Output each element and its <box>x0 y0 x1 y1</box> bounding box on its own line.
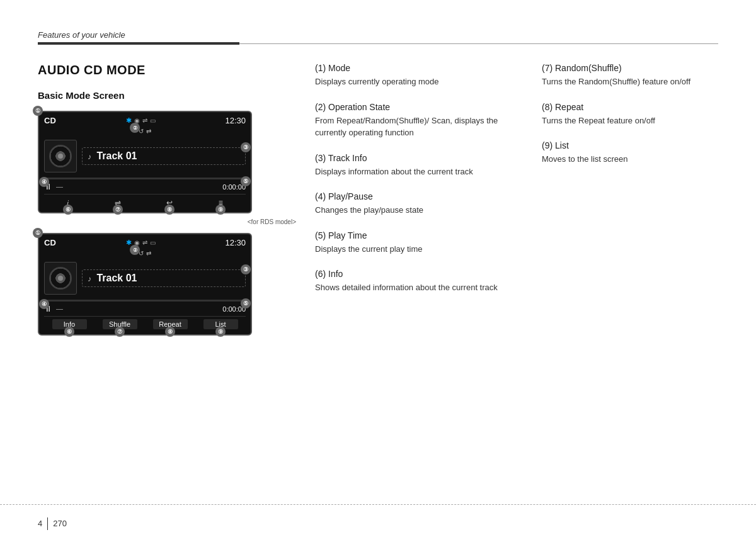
item-1: (1) Mode Displays currently operating mo… <box>315 63 529 88</box>
item-2-title: (2) Operation State <box>315 102 529 112</box>
circle-3-s2: ③ <box>241 264 251 274</box>
right-column: (7) Random(Shuffle) Turns the Random(Shu… <box>542 63 718 492</box>
item-5: (5) Play Time Displays the current play … <box>315 230 529 256</box>
bottom-icon-6-wrap: ⑥ 𝑖 <box>67 197 69 207</box>
item-8-desc: Turns the Repeat feature on/off <box>542 115 718 127</box>
screen2-topbar: CD ✱ ◉ ⇌ ▭ 12:30 <box>44 238 246 247</box>
vinyl-icon-s2 <box>49 267 72 290</box>
item-8-title: (8) Repeat <box>542 102 718 112</box>
circle-9-s1: ⑨ <box>215 205 226 215</box>
footer-chapter: 4 <box>38 519 42 528</box>
item-6-title: (6) Info <box>315 269 529 279</box>
item-5-desc: Displays the current play time <box>315 243 529 256</box>
circle-2-s2: ② <box>130 245 140 255</box>
dash-icon-s2: — <box>56 305 63 312</box>
bottom-icon-7-wrap: ⑦ ⇌ <box>115 197 121 207</box>
battery-icon: ▭ <box>150 117 156 124</box>
item-2-desc: From Repeat/Random(Shuffle)/ Scan, displ… <box>315 115 529 139</box>
header-line-light <box>239 43 718 44</box>
screen1-row2-icons: ↺ ⇄ <box>139 128 151 135</box>
item-7: (7) Random(Shuffle) Turns the Random(Shu… <box>542 63 718 88</box>
footer-sep <box>47 517 48 530</box>
item-1-title: (1) Mode <box>315 63 529 73</box>
screen2-album-art <box>44 262 77 295</box>
item-3-title: (3) Track Info <box>315 153 529 163</box>
screen1-play-wrap: ④ ⏸ — <box>44 182 63 191</box>
bottom-btn-7-wrap: ⑦ Shuffle <box>103 319 137 329</box>
header-title: Features of your vehicle <box>38 30 718 40</box>
dash-icon: — <box>56 183 63 190</box>
screen1-mockup: CD ✱ ◉ ⇌ ▭ 12:30 ② <box>38 111 252 213</box>
circle-6-s1: ⑥ <box>63 205 73 215</box>
screen2-cd-label: CD <box>44 238 56 247</box>
screen1-progress <box>44 178 246 179</box>
section-title: AUDIO CD MODE <box>38 63 302 77</box>
circle-1-screen1: ① <box>33 106 43 116</box>
screen2-track-name: ♪ Track 01 <box>88 273 240 284</box>
vinyl-icon <box>49 145 72 167</box>
bottom-btn-6-wrap: ⑥ Info <box>52 319 87 329</box>
item-3: (3) Track Info Displays information abou… <box>315 153 529 178</box>
screen1-icons: ✱ ◉ ⇌ ▭ <box>126 116 156 125</box>
circle-2: ② <box>130 123 140 133</box>
screen2-time-wrap: ⑤ 0:00:00 <box>222 303 246 313</box>
circle-7-s1: ⑦ <box>113 205 123 215</box>
shuffle-icon-sm: ⇄ <box>146 128 151 135</box>
screen2-inner: CD ✱ ◉ ⇌ ▭ 12:30 ② <box>39 234 251 334</box>
footer: 4 270 <box>0 504 756 542</box>
bottom-icon-9-wrap: ⑨ ≡ <box>219 197 223 207</box>
circle-8-s1: ⑧ <box>164 205 175 215</box>
track-info-wrap-s2: ③ ♪ Track 01 <box>82 269 246 287</box>
item-6-desc: Shows detailed information about the cur… <box>315 281 529 294</box>
screen2-icons: ✱ ◉ ⇌ ▭ <box>126 239 156 247</box>
middle-column: (1) Mode Displays currently operating mo… <box>302 63 542 492</box>
screen2-bottom: ⑥ Info ⑦ Shuffle ⑧ Repeat ⑨ <box>44 316 246 330</box>
screen1-inner: CD ✱ ◉ ⇌ ▭ 12:30 ② <box>39 112 251 212</box>
screen1-album-art <box>44 140 77 172</box>
item-3-desc: Displays information about the current t… <box>315 166 529 178</box>
bottom-icon-8-wrap: ⑧ ↩ <box>166 197 173 207</box>
screen1-row2-wrap: ② ↺ ⇄ <box>139 128 151 135</box>
screen2-row2-icons: ↺ ⇄ <box>139 250 151 257</box>
screen1-cd-label: CD <box>44 116 56 125</box>
circle-3-s1: ③ <box>241 142 251 152</box>
left-column: AUDIO CD MODE Basic Mode Screen ① CD ✱ ◉… <box>38 63 302 492</box>
item-8: (8) Repeat Turns the Repeat feature on/o… <box>542 102 718 127</box>
vinyl-inner-s2 <box>58 276 63 281</box>
screen1-track-area: ③ ♪ Track 01 <box>44 137 246 175</box>
circle-1-screen2: ① <box>33 228 43 238</box>
screen2-row2: ② ↺ ⇄ <box>44 250 246 257</box>
subsection-title: Basic Mode Screen <box>38 90 302 101</box>
item-4-title: (4) Play/Pause <box>315 191 529 201</box>
circle-5-s2: ⑤ <box>241 298 251 308</box>
item-9-desc: Moves to the list screen <box>542 153 718 166</box>
screen1-track-info: ♪ Track 01 <box>82 147 246 165</box>
music-note-icon-s2: ♪ <box>88 274 91 283</box>
header-bar: Features of your vehicle <box>38 30 718 45</box>
item-5-title: (5) Play Time <box>315 230 529 240</box>
battery-icon-s2: ▭ <box>150 239 156 246</box>
circle-8-s2: ⑧ <box>165 327 175 337</box>
item-6: (6) Info Shows detailed information abou… <box>315 269 529 294</box>
screen2-progress <box>44 300 246 302</box>
item-9-title: (9) List <box>542 140 718 150</box>
item-2: (2) Operation State From Repeat/Random(S… <box>315 102 529 139</box>
screen2-mockup: CD ✱ ◉ ⇌ ▭ 12:30 ② <box>38 233 252 336</box>
bottom-btn-8-wrap: ⑧ Repeat <box>153 319 188 329</box>
phone-icon: ⇌ <box>142 117 147 124</box>
screen2-container: ① CD ✱ ◉ ⇌ ▭ 12:30 <box>38 233 302 336</box>
vinyl-inner <box>58 154 63 159</box>
circle-9-s2: ⑨ <box>215 327 226 337</box>
screen2-controls: ④ ⏸ — ⑤ 0:00:00 <box>44 303 246 313</box>
rds-label: <for RDS model> <box>38 218 296 225</box>
bluetooth-icon: ✱ <box>126 116 132 125</box>
shuffle-icon-sm-s2: ⇄ <box>146 250 151 257</box>
circle-4-s2: ④ <box>39 299 49 309</box>
item-7-title: (7) Random(Shuffle) <box>542 63 718 73</box>
circle-7-s2: ⑦ <box>115 327 125 337</box>
circle-5-s1: ⑤ <box>241 176 251 186</box>
main-content: AUDIO CD MODE Basic Mode Screen ① CD ✱ ◉… <box>38 63 718 492</box>
screen2-track-info: ♪ Track 01 <box>82 269 246 287</box>
screen2-row2-wrap: ② ↺ ⇄ <box>139 250 151 257</box>
screen1-time: 12:30 <box>225 116 246 125</box>
